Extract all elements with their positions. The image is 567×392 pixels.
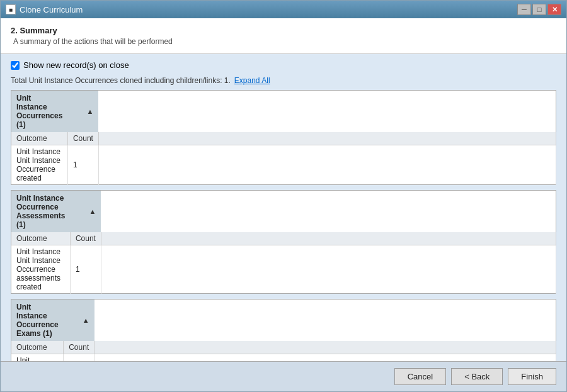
content-area: 2. Summary A summary of the actions that… (1, 18, 566, 391)
expand-all-link[interactable]: Expand All (234, 76, 270, 85)
extra-col-header-unit-instance-occurrence-assessments (101, 232, 556, 245)
section-collapse-unit-instance-occurrence-assessments[interactable]: ▲ (70, 191, 101, 233)
show-records-row: Show new record(s) on close (11, 60, 556, 70)
summary-subtitle: A summary of the actions that will be pe… (11, 37, 556, 46)
outcome-cell-unit-instance-occurrences-0: Unit Instance Unit Instance Occurrence c… (11, 145, 68, 185)
title-bar: ■ Clone Curriculum ─ □ ✕ (1, 1, 566, 18)
outcome-cell-unit-instance-occurrence-assessments-0: Unit Instance Unit Instance Occurrence a… (11, 245, 71, 294)
extra-col-header-unit-instance-occurrences (98, 132, 556, 145)
summary-header: 2. Summary A summary of the actions that… (1, 18, 566, 54)
total-text: Total Unit Instance Occurrences cloned i… (11, 76, 231, 85)
section-title-unit-instance-occurrence-assessments: Unit Instance Occurrence Assessments (1) (11, 191, 71, 233)
window-title: Clone Curriculum (20, 5, 83, 14)
extra-col-header-unit-instance-occurrence-exams (94, 341, 556, 354)
back-button[interactable]: < Back (451, 368, 503, 385)
section-collapse-unit-instance-occurrence-exams[interactable]: ▲ (64, 300, 94, 342)
total-row: Total Unit Instance Occurrences cloned i… (1, 76, 566, 90)
outcome-cell-unit-instance-occurrence-exams-0: Unit Instance Unit Instance Occurrence e… (11, 354, 64, 362)
count-cell-unit-instance-occurrence-assessments-0: 1 (70, 245, 101, 294)
tables-container: Unit Instance Occurrences (1)▲OutcomeCou… (1, 90, 566, 361)
title-bar-controls: ─ □ ✕ (517, 4, 561, 15)
section-collapse-unit-instance-occurrences[interactable]: ▲ (67, 91, 98, 133)
main-window: ■ Clone Curriculum ─ □ ✕ 2. Summary A su… (0, 0, 567, 392)
footer: Cancel < Back Finish (1, 361, 566, 391)
section-table-unit-instance-occurrence-exams: Unit Instance Occurrence Exams (1)▲Outco… (11, 299, 556, 361)
outcome-col-header-unit-instance-occurrences: Outcome (11, 132, 68, 145)
show-new-records-checkbox[interactable] (11, 61, 20, 70)
close-button[interactable]: ✕ (547, 4, 561, 15)
minimize-button[interactable]: ─ (517, 4, 531, 15)
col-header-row-unit-instance-occurrence-exams: OutcomeCount (11, 341, 556, 354)
col-header-row-unit-instance-occurrence-assessments: OutcomeCount (11, 232, 556, 245)
section-table-unit-instance-occurrences: Unit Instance Occurrences (1)▲OutcomeCou… (11, 90, 556, 185)
extra-cell-unit-instance-occurrence-exams-0 (94, 354, 556, 362)
section-title-unit-instance-occurrences: Unit Instance Occurrences (1) (11, 91, 68, 133)
finish-button[interactable]: Finish (508, 368, 556, 385)
extra-cell-unit-instance-occurrences-0 (98, 145, 556, 185)
count-col-header-unit-instance-occurrence-exams: Count (64, 341, 94, 354)
count-col-header-unit-instance-occurrences: Count (67, 132, 98, 145)
count-cell-unit-instance-occurrence-exams-0: 1 (64, 354, 94, 362)
section-header-unit-instance-occurrence-assessments[interactable]: Unit Instance Occurrence Assessments (1)… (11, 191, 556, 233)
section-header-unit-instance-occurrence-exams[interactable]: Unit Instance Occurrence Exams (1)▲ (11, 300, 556, 342)
count-cell-unit-instance-occurrences-0: 1 (67, 145, 98, 185)
options-bar: Show new record(s) on close (1, 54, 566, 76)
count-col-header-unit-instance-occurrence-assessments: Count (70, 232, 101, 245)
show-new-records-label: Show new record(s) on close (23, 60, 129, 70)
step-label: 2. Summary (11, 26, 556, 35)
data-row-unit-instance-occurrence-exams-0: Unit Instance Unit Instance Occurrence e… (11, 354, 556, 362)
section-header-unit-instance-occurrences[interactable]: Unit Instance Occurrences (1)▲ (11, 91, 556, 133)
extra-cell-unit-instance-occurrence-assessments-0 (101, 245, 556, 294)
title-bar-left: ■ Clone Curriculum (6, 4, 83, 14)
outcome-col-header-unit-instance-occurrence-assessments: Outcome (11, 232, 71, 245)
section-title-unit-instance-occurrence-exams: Unit Instance Occurrence Exams (1) (11, 300, 64, 342)
cancel-button[interactable]: Cancel (394, 368, 446, 385)
col-header-row-unit-instance-occurrences: OutcomeCount (11, 132, 556, 145)
outcome-col-header-unit-instance-occurrence-exams: Outcome (11, 341, 64, 354)
section-table-unit-instance-occurrence-assessments: Unit Instance Occurrence Assessments (1)… (11, 190, 556, 294)
data-row-unit-instance-occurrences-0: Unit Instance Unit Instance Occurrence c… (11, 145, 556, 185)
data-row-unit-instance-occurrence-assessments-0: Unit Instance Unit Instance Occurrence a… (11, 245, 556, 294)
restore-button[interactable]: □ (532, 4, 546, 15)
window-icon: ■ (6, 4, 16, 14)
